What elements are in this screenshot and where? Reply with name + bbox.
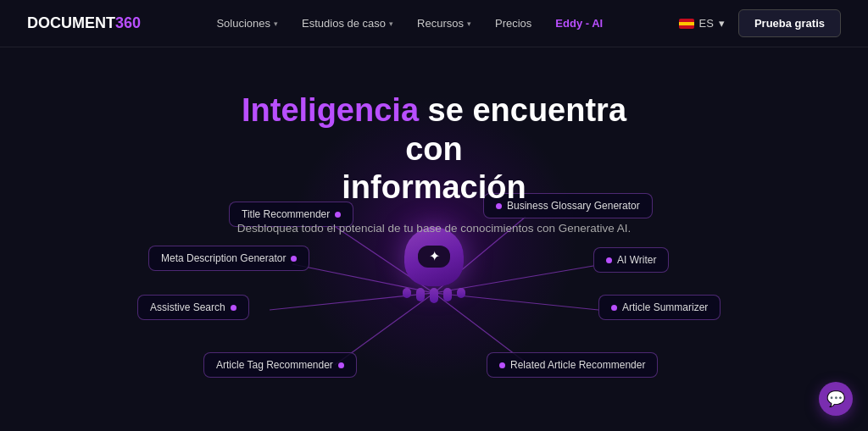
tentacle	[443, 288, 452, 301]
node-dot	[291, 256, 297, 262]
node-label: Article Summarizer	[622, 301, 708, 313]
navbar: DOCUMENT360 Soluciones ▾ Estudios de cas…	[0, 0, 868, 47]
hero-title: Inteligencia se encuentra con informació…	[217, 91, 651, 207]
nav-links: Soluciones ▾ Estudios de caso ▾ Recursos…	[216, 17, 603, 30]
mascot-face: ✦	[418, 246, 450, 268]
node-dot	[611, 305, 617, 311]
nav-eddy-ai[interactable]: Eddy - AI	[555, 17, 603, 30]
node-dot	[335, 212, 341, 218]
node-label: Business Glossary Generator	[507, 200, 640, 212]
node-label: Related Article Recommender	[510, 359, 645, 371]
node-dot	[231, 305, 236, 311]
node-related-article: Related Article Recommender	[487, 352, 658, 378]
node-label: AI Writer	[617, 254, 656, 266]
node-meta-description: Meta Description Generator	[148, 246, 309, 271]
nav-estudios[interactable]: Estudios de caso ▾	[302, 17, 393, 30]
node-dot	[499, 362, 505, 368]
tentacle	[430, 288, 438, 303]
chevron-down-icon: ▾	[719, 17, 725, 30]
node-title-recommender: Title Recommender	[229, 202, 353, 227]
node-label: Title Recommender	[242, 208, 330, 220]
nav-precios[interactable]: Precios	[495, 17, 531, 30]
node-dot	[606, 257, 612, 263]
node-dot	[338, 362, 344, 368]
node-dot	[496, 203, 502, 209]
flag-icon	[679, 19, 694, 29]
chevron-down-icon: ▾	[274, 19, 278, 28]
mascot-body: ✦	[404, 227, 464, 286]
nav-soluciones[interactable]: Soluciones ▾	[216, 17, 278, 30]
node-label: Meta Description Generator	[161, 252, 286, 264]
tentacle	[403, 288, 411, 298]
node-article-summarizer: Article Summarizer	[598, 295, 721, 320]
chat-icon: 💬	[826, 390, 845, 408]
node-label: Assistive Search	[150, 301, 225, 313]
node-ai-writer: AI Writer	[593, 247, 669, 273]
mascot-tentacles	[403, 288, 465, 303]
node-business-glossary: Business Glossary Generator	[483, 193, 653, 218]
nav-recursos[interactable]: Recursos ▾	[417, 17, 471, 30]
tentacle	[457, 288, 465, 298]
chevron-down-icon: ▾	[467, 19, 471, 28]
node-label: Article Tag Recommender	[216, 359, 333, 371]
logo-text: DOCUMENT360	[27, 14, 141, 32]
language-selector[interactable]: ES ▾	[679, 17, 725, 30]
star-icon: ✦	[429, 248, 440, 264]
chat-button[interactable]: 💬	[819, 382, 853, 416]
chevron-down-icon: ▾	[389, 19, 393, 28]
tentacle	[416, 288, 425, 301]
trial-button[interactable]: Prueba gratis	[738, 9, 841, 37]
nav-right: ES ▾ Prueba gratis	[679, 9, 841, 37]
node-article-tag: Article Tag Recommender	[203, 352, 357, 378]
logo[interactable]: DOCUMENT360	[27, 14, 141, 32]
mindmap-section: Inteligencia se encuentra con informació…	[0, 47, 868, 431]
mascot: ✦	[400, 227, 468, 303]
node-assistive-search: Assistive Search	[137, 295, 249, 320]
